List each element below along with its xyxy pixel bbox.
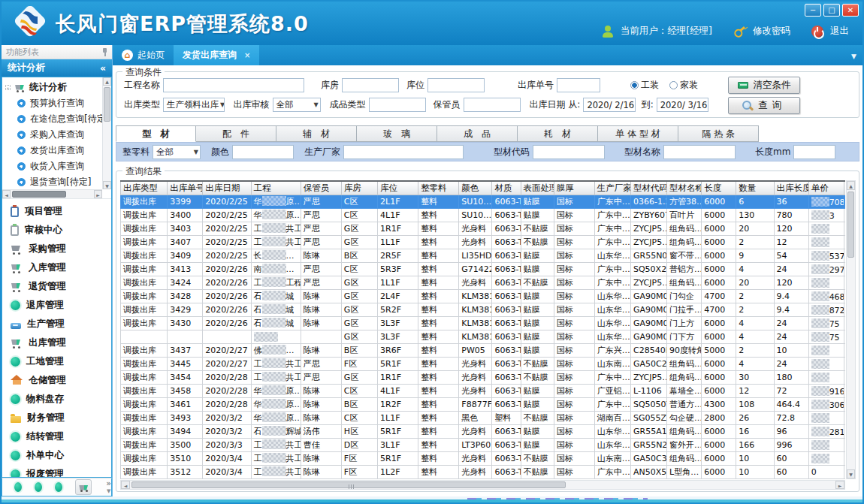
warehouse-input[interactable] (342, 78, 399, 92)
column-header[interactable]: 整零料 (418, 181, 459, 195)
column-header[interactable]: 颜色 (459, 181, 492, 195)
change-password-link[interactable]: 修改密码 (753, 25, 790, 38)
table-row[interactable]: 调拨出库34282020/2/26石城陈琳G区2L4F整料KLM38176063… (121, 290, 846, 303)
material-tab[interactable]: 辅 材 (276, 125, 357, 142)
table-vertical-scrollbar[interactable]: ▲ ▼ (846, 180, 856, 479)
radio-gongzhuang[interactable]: 工装 (630, 79, 659, 92)
table-row[interactable]: 调拨出库34072020/2/25工共工程严思G区1L1F整料光身料6063-T… (121, 236, 846, 249)
sidebar-item-采购管理[interactable]: 采购管理 (2, 240, 111, 258)
tree-horizontal-scrollbar[interactable]: ◄ ► (2, 189, 102, 198)
material-tab[interactable]: 成 品 (437, 125, 518, 142)
tree-item[interactable]: 收货入库查询 (5, 158, 102, 174)
column-header[interactable]: 型材代码 (630, 181, 666, 195)
logout-link[interactable]: 退出 (830, 25, 849, 38)
location-input[interactable] (427, 78, 485, 92)
column-header[interactable]: 出库日期 (203, 181, 251, 195)
footer-dot-icon[interactable] (55, 482, 62, 492)
table-row[interactable]: 调拨出库35122020/3/4工共工程陈琳F区1L2F整料光身料6063-T5… (121, 466, 846, 479)
tree-item[interactable]: 在途信息查询[待定] (5, 111, 102, 127)
profile-code-input[interactable] (533, 145, 605, 159)
column-header[interactable]: 出库长度 (774, 181, 808, 195)
column-header[interactable]: 工程 (251, 181, 301, 195)
column-header[interactable]: 单价 (808, 181, 844, 195)
audit-select[interactable]: 全部▼ (273, 98, 321, 112)
table-row[interactable]: 调拨出库35102020/3/4工共工程陈琳F区5R1F整料光身料6063-T5… (121, 452, 846, 466)
sidebar-item-物料盘存[interactable]: 物料盘存 (2, 390, 111, 409)
column-header[interactable]: 库位 (378, 181, 418, 195)
tree-item[interactable]: 预算执行查询 (5, 95, 102, 111)
date-to-select[interactable]: 2020/ 3/16▼ (657, 98, 708, 112)
sidebar-item-仓储管理[interactable]: 仓储管理 (2, 371, 111, 390)
keeper-input[interactable] (464, 98, 521, 112)
scroll-left-icon[interactable]: ◄ (2, 190, 11, 198)
results-table-header[interactable]: 出库类型出库单号出库日期工程保管员库房库位整零料颜色材质表面处理膜厚生产厂家型材… (121, 181, 846, 195)
table-row[interactable]: 调拨出库34242020/2/26工工程严思G区1L1F整料光身料6063-T5… (121, 276, 846, 290)
collapse-icon[interactable]: « (100, 62, 106, 74)
scroll-down-icon[interactable]: ▼ (847, 469, 855, 478)
project-name-input[interactable] (163, 78, 304, 92)
column-header[interactable]: 金额 (844, 181, 845, 195)
table-row[interactable]: 调拨出库34092020/2/25长…陈琳B区2R5F整料LI35HD6063-… (121, 249, 846, 263)
material-tab[interactable]: 隔 热 条 (678, 125, 759, 142)
scroll-up-icon[interactable]: ▲ (847, 181, 855, 190)
table-row[interactable]: 调拨出库34372020/2/27佛…陈琳B区3R6F整料PW056063-T5… (121, 344, 846, 358)
tree-root[interactable]: - 统计分析 (5, 79, 102, 95)
scroll-left-icon[interactable]: ◄ (121, 481, 130, 489)
table-vscroll-thumb[interactable] (847, 192, 854, 258)
table-row[interactable]: 调拨出库34612020/2/28华原…陈琳B区1R2F整料F8877FT606… (121, 398, 846, 412)
tree-expand-icon[interactable]: - (5, 85, 11, 90)
table-row[interactable]: 调拨出库35002020/3/3工共工程曹佳D区3L1F整料LT3P606063… (121, 439, 846, 452)
tree-vscroll-thumb[interactable] (104, 87, 110, 122)
sidebar-item-工地管理[interactable]: 工地管理 (2, 352, 111, 371)
search-button[interactable]: 查询 (728, 97, 800, 114)
tree-hscroll-thumb[interactable] (12, 191, 66, 198)
footer-cart-button[interactable] (75, 479, 92, 495)
clear-conditions-button[interactable]: 清空条件 (728, 77, 800, 94)
sidebar-item-补单中心[interactable]: 补单中心 (2, 446, 111, 465)
table-row[interactable]: 调拨出库34002020/2/25华原…严思C区4L1F整料SU10…6063-… (121, 209, 846, 222)
material-tab[interactable]: 配 件 (196, 125, 276, 142)
table-horizontal-scrollbar[interactable]: ◄ ► (120, 480, 845, 490)
tree-item[interactable]: 退货查询[待定] (5, 174, 102, 189)
close-button[interactable]: ✕ (842, 4, 859, 17)
table-hscroll-thumb[interactable] (131, 481, 566, 488)
table-row[interactable]: 调拨出库34302020/2/26石城陈琳G区3L3F整料KLM38176063… (121, 317, 846, 330)
sidebar-item-结转管理[interactable]: 结转管理 (2, 427, 111, 446)
column-header[interactable]: 出库类型 (121, 181, 168, 195)
column-header[interactable]: 材质 (492, 181, 521, 195)
column-header[interactable]: 库房 (341, 181, 377, 195)
minimize-button[interactable]: ─ (805, 4, 821, 17)
column-header[interactable]: 保管员 (301, 181, 341, 195)
scroll-right-icon[interactable]: ► (835, 481, 844, 489)
table-row[interactable]: 调拨出库34032020/2/25工共工程严思G区1R1F整料光身料6063-T… (121, 222, 846, 236)
sidebar-item-退库管理[interactable]: 退库管理 (2, 296, 111, 315)
material-tab[interactable]: 耗 材 (518, 125, 598, 142)
column-header[interactable]: 型材名称 (667, 181, 702, 195)
column-header[interactable]: 表面处理 (521, 181, 554, 195)
sidebar-item-退货管理[interactable]: 退货管理 (2, 277, 111, 296)
sidebar-item-审核中心[interactable]: 审核中心 (2, 221, 111, 240)
material-tab[interactable]: 单 体 型 材 (598, 125, 678, 142)
sidebar-item-出库管理[interactable]: 出库管理 (2, 333, 111, 352)
column-header[interactable]: 长度 (702, 181, 736, 195)
pin-icon[interactable] (102, 48, 107, 56)
sidebar-item-生产管理[interactable]: 生产管理 (2, 315, 111, 333)
color-input[interactable] (232, 145, 294, 159)
tab-close-icon[interactable]: × (244, 51, 250, 59)
radio-jiazhuang[interactable]: 家装 (669, 79, 698, 92)
whole-part-select[interactable]: 全部▼ (153, 145, 201, 159)
outbound-type-select[interactable]: 生产领料出库▼ (163, 98, 225, 112)
tab-overflow-icon[interactable]: ▼ (851, 53, 856, 60)
tab-shipment-query[interactable]: 发货出库查询 × (174, 45, 259, 65)
tab-home[interactable]: 起始页 (113, 45, 174, 65)
profile-name-input[interactable] (663, 145, 736, 159)
sidebar-item-项目管理[interactable]: 项目管理 (2, 202, 111, 221)
sidebar-item-入库管理[interactable]: 入库管理 (2, 258, 111, 277)
maker-input[interactable] (343, 145, 464, 159)
tree-item[interactable]: 发货出库查询 (5, 143, 102, 158)
column-header[interactable]: 生产厂家 (594, 181, 630, 195)
table-row[interactable]: 调拨出库34542020/2/28工共工程严思G区1R1F整料光身料6063-T… (121, 371, 846, 385)
table-row[interactable]: 调拨出库33992020/2/25华原…严思C区2L1F整料SU10…6063-… (121, 195, 846, 209)
order-no-input[interactable] (557, 78, 600, 92)
footer-expander[interactable]: »▼ (106, 480, 111, 495)
